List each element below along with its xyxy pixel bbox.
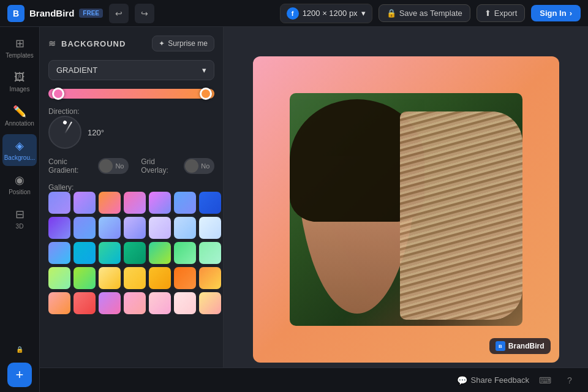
canvas-brand-badge: B BrandBird: [489, 338, 551, 354]
gallery-swatch[interactable]: [174, 292, 196, 314]
gallery-swatch[interactable]: [74, 192, 96, 214]
keyboard-button[interactable]: ⌨: [537, 372, 554, 389]
signin-label: Sign In: [540, 9, 566, 18]
export-button[interactable]: ⬆ Export: [477, 4, 526, 22]
images-icon: 🖼: [14, 71, 25, 84]
gallery-swatch[interactable]: [149, 267, 171, 289]
gallery-swatch[interactable]: [199, 217, 221, 239]
help-button[interactable]: ?: [561, 372, 578, 389]
direction-knob-wrap: 120°: [48, 116, 214, 149]
conic-knob: [99, 159, 113, 173]
feedback-button[interactable]: 💬 Share Feedback: [457, 375, 529, 385]
canvas-size-label: 1200 × 1200 px: [303, 9, 358, 18]
main-layout: ⊞ Templates 🖼 Images ✏️ Annotation ◈ Bac…: [0, 27, 588, 392]
hash-icon: ≋: [48, 39, 56, 48]
save-template-label: Save as Template: [399, 9, 462, 18]
sidebar-item-images[interactable]: 🖼 Images: [2, 66, 37, 97]
arrow-right-icon: ›: [570, 9, 572, 18]
canvas-image-frame: [290, 93, 522, 326]
conic-toggle-group: Conic Gradient: No: [48, 157, 129, 175]
left-sidebar: ⊞ Templates 🖼 Images ✏️ Annotation ◈ Bac…: [0, 27, 40, 392]
gallery-swatch[interactable]: [199, 192, 221, 214]
canvas-area: B BrandBird: [224, 27, 588, 392]
sidebar-item-templates[interactable]: ⊞ Templates: [2, 32, 37, 64]
surprise-button[interactable]: ✦ Surprise me: [152, 36, 214, 51]
sidebar-label-background: Backgrou...: [4, 154, 36, 161]
gallery-swatch[interactable]: [99, 267, 121, 289]
gradient-thumb-right[interactable]: [200, 88, 212, 100]
gallery-swatch[interactable]: [99, 242, 121, 264]
gallery-swatch[interactable]: [124, 292, 146, 314]
gallery-swatch[interactable]: [199, 292, 221, 314]
keyboard-icon: ⌨: [539, 375, 551, 385]
gallery-swatch[interactable]: [199, 242, 221, 264]
gallery-swatch[interactable]: [48, 217, 70, 239]
conic-toggle[interactable]: No: [98, 158, 129, 174]
gallery-swatch[interactable]: [124, 267, 146, 289]
grid-toggle[interactable]: No: [184, 158, 214, 174]
gallery-swatch[interactable]: [48, 267, 70, 289]
gradient-dropdown[interactable]: GRADIENT ▾: [48, 60, 214, 80]
gallery-swatch[interactable]: [174, 217, 196, 239]
portrait-object: [400, 111, 522, 320]
gallery-swatch[interactable]: [124, 192, 146, 214]
gallery-swatch[interactable]: [74, 292, 96, 314]
gallery-swatch[interactable]: [74, 267, 96, 289]
gallery-swatch[interactable]: [149, 192, 171, 214]
gallery-swatch[interactable]: [48, 192, 70, 214]
background-icon: ◈: [15, 139, 24, 153]
conic-toggle-value: No: [115, 162, 124, 170]
panel-title: ≋ BACKGROUND: [48, 39, 126, 48]
feedback-label: Share Feedback: [471, 375, 529, 385]
background-panel: ≋ BACKGROUND ✦ Surprise me GRADIENT ▾ Di…: [40, 27, 224, 392]
sidebar-item-3d[interactable]: ⊟ 3D: [2, 203, 37, 235]
grid-toggle-group: Grid Overlay: No: [141, 157, 214, 175]
redo-button[interactable]: ↪: [135, 4, 154, 23]
gallery-swatch[interactable]: [174, 192, 196, 214]
gallery-swatch[interactable]: [149, 217, 171, 239]
add-button[interactable]: +: [7, 363, 32, 387]
position-icon: ◉: [15, 173, 24, 187]
gallery-swatch[interactable]: [149, 292, 171, 314]
gallery-swatch[interactable]: [48, 242, 70, 264]
gallery-swatch[interactable]: [124, 242, 146, 264]
gallery-swatch[interactable]: [99, 192, 121, 214]
sidebar-item-annotation[interactable]: ✏️ Annotation: [2, 100, 37, 132]
gradient-slider[interactable]: [48, 89, 214, 99]
knob-dot: [62, 120, 67, 125]
sidebar-item-lock[interactable]: 🔒: [2, 341, 37, 358]
surprise-label: Surprise me: [168, 39, 208, 48]
annotation-icon: ✏️: [13, 105, 26, 118]
sparkle-icon: ✦: [159, 39, 165, 48]
topbar: B BrandBird FREE ↩ ↪ f 1200 × 1200 px ▾ …: [0, 0, 588, 27]
save-template-button[interactable]: 🔒 Save as Template: [379, 4, 470, 22]
sidebar-label-images: Images: [10, 86, 30, 92]
toggle-row: Conic Gradient: No Grid Overlay: No: [48, 157, 214, 175]
grid-toggle-value: No: [201, 162, 209, 170]
facebook-icon: f: [287, 7, 299, 20]
gallery-swatch[interactable]: [149, 242, 171, 264]
gallery-swatch[interactable]: [99, 292, 121, 314]
gallery-swatch[interactable]: [124, 217, 146, 239]
sidebar-label-position: Position: [9, 189, 31, 195]
direction-section: Direction: 120°: [48, 107, 214, 149]
sidebar-item-background[interactable]: ◈ Backgrou...: [2, 134, 37, 166]
gallery-swatch[interactable]: [74, 242, 96, 264]
bottom-bar: 💬 Share Feedback ⌨ ?: [40, 368, 588, 392]
3d-icon: ⊟: [15, 208, 24, 221]
canvas-wrapper: B BrandBird: [253, 56, 559, 363]
gallery-swatch[interactable]: [174, 267, 196, 289]
gallery-swatch[interactable]: [199, 267, 221, 289]
gallery-swatch[interactable]: [174, 242, 196, 264]
sidebar-label-annotation: Annotation: [5, 120, 34, 127]
canvas-size-selector[interactable]: f 1200 × 1200 px ▾: [280, 4, 372, 23]
sidebar-item-position[interactable]: ◉ Position: [2, 168, 37, 200]
undo-button[interactable]: ↩: [109, 4, 129, 23]
signin-button[interactable]: Sign In ›: [531, 5, 581, 21]
gallery-swatch[interactable]: [48, 292, 70, 314]
gradient-thumb-left[interactable]: [52, 88, 64, 100]
gallery-swatch[interactable]: [74, 217, 96, 239]
direction-knob[interactable]: [48, 116, 81, 149]
gallery-swatch[interactable]: [99, 217, 121, 239]
help-icon: ?: [567, 375, 572, 385]
